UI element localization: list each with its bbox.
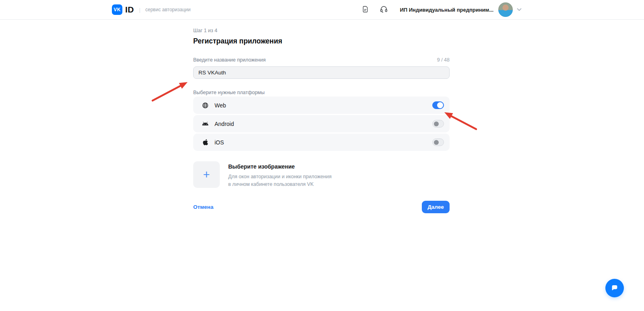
platform-name: Web: [215, 102, 432, 109]
documentation-button[interactable]: [360, 5, 370, 14]
vk-id-logo[interactable]: VK ID | сервис авторизации: [112, 4, 190, 15]
logo-subtitle: сервис авторизации: [145, 7, 190, 12]
chat-bubble-icon: [610, 283, 619, 293]
chevron-down-icon[interactable]: [517, 8, 522, 11]
platform-name: iOS: [215, 139, 432, 146]
upload-title: Выберите изображение: [228, 163, 332, 170]
logo-divider: |: [139, 7, 140, 13]
avatar[interactable]: [498, 2, 513, 17]
ios-toggle[interactable]: [432, 138, 444, 146]
support-button[interactable]: [379, 5, 388, 14]
app-name-label: Введите название приложения: [193, 57, 266, 63]
platforms-label: Выберите нужные платформы: [193, 90, 450, 95]
toggle-knob: [434, 140, 439, 145]
android-icon: [202, 120, 209, 128]
next-button[interactable]: Далее: [422, 201, 450, 213]
step-indicator: Шаг 1 из 4: [193, 28, 450, 33]
platform-row-ios: iOS: [193, 134, 450, 151]
support-headset-icon: [380, 5, 388, 14]
image-upload-button[interactable]: +: [193, 161, 220, 188]
globe-icon: [202, 102, 209, 109]
platform-row-web: Web: [193, 97, 450, 114]
toggle-knob: [437, 102, 443, 108]
android-toggle[interactable]: [432, 120, 444, 128]
platform-name: Android: [215, 121, 432, 127]
annotation-arrow-input: [153, 82, 188, 101]
top-header: VK ID | сервис авторизации: [0, 0, 644, 20]
support-chat-button[interactable]: [605, 279, 624, 297]
logo-id-text: ID: [125, 5, 134, 14]
platform-row-android: Android: [193, 115, 450, 132]
apple-icon: [202, 139, 209, 146]
cancel-button[interactable]: Отмена: [193, 204, 213, 210]
document-icon: [361, 5, 369, 14]
registration-form: Шаг 1 из 4 Регистрация приложения Введит…: [193, 28, 450, 213]
page-title: Регистрация приложения: [193, 37, 450, 45]
toggle-knob: [434, 122, 439, 126]
web-toggle[interactable]: [432, 101, 444, 109]
char-counter: 9 / 48: [437, 57, 450, 63]
upload-description: Для окон авторизации и иконки приложения…: [228, 173, 332, 189]
plus-icon: +: [203, 168, 210, 181]
vk-logo-icon: VK: [112, 4, 122, 15]
account-name[interactable]: ИП Индивидуальный предприним...: [400, 7, 493, 13]
app-name-input[interactable]: [193, 66, 450, 79]
